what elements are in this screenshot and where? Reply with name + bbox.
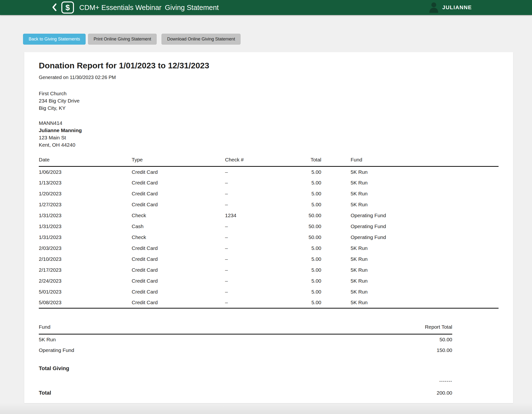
- donation-row: 2/24/2023 Credit Card – 5.00 5K Run: [39, 276, 499, 286]
- church-address-line2: Big City, KY: [39, 104, 499, 112]
- page-footer-area: [0, 403, 532, 414]
- print-statement-button[interactable]: Print Online Giving Statement: [88, 34, 157, 45]
- donation-total: 5.00: [286, 297, 321, 308]
- donation-date: 2/24/2023: [39, 276, 132, 286]
- dollar-glyph: $: [66, 3, 70, 12]
- donations-body: 1/06/2023 Credit Card – 5.00 5K Run 1/13…: [39, 167, 499, 308]
- donation-date: 1/27/2023: [39, 199, 132, 210]
- donation-row: 5/01/2023 Credit Card – 5.00 5K Run: [39, 286, 499, 297]
- donation-check-number: –: [225, 221, 286, 232]
- donation-total: 50.00: [286, 210, 321, 221]
- donation-date: 2/03/2023: [39, 243, 132, 254]
- donation-fund: 5K Run: [321, 167, 499, 178]
- column-fund: Fund: [321, 157, 499, 167]
- donation-check-number: –: [225, 178, 286, 188]
- donation-date: 2/10/2023: [39, 254, 132, 265]
- fund-report-total: 150.00: [272, 345, 452, 356]
- donation-date: 5/08/2023: [39, 297, 132, 308]
- report-card: Donation Report for 1/01/2023 to 12/31/2…: [24, 52, 513, 403]
- donation-check-number: 1234: [225, 210, 286, 221]
- column-report-total: Report Total: [272, 324, 452, 334]
- total-row: Total 200.00: [39, 390, 452, 396]
- donation-row: 1/13/2023 Credit Card – 5.00 5K Run: [39, 178, 499, 188]
- donation-type: Credit Card: [132, 265, 225, 276]
- donor-name: Julianne Manning: [39, 127, 499, 134]
- donation-row: 1/31/2023 Check 1234 50.00 Operating Fun…: [39, 210, 499, 221]
- donation-fund: 5K Run: [321, 178, 499, 188]
- column-fund-name: Fund: [39, 324, 272, 334]
- donation-date: 1/13/2023: [39, 178, 132, 188]
- donor-address-line1: 123 Main St: [39, 134, 499, 141]
- donation-fund: 5K Run: [321, 265, 499, 276]
- donation-row: 1/20/2023 Credit Card – 5.00 5K Run: [39, 188, 499, 199]
- org-name: CDM+ Essentials Webinar: [79, 4, 162, 11]
- dollar-logo-icon: $: [61, 1, 74, 14]
- fund-summary-header-row: Fund Report Total: [39, 324, 452, 334]
- donation-fund: 5K Run: [321, 276, 499, 286]
- donation-type: Credit Card: [132, 286, 225, 297]
- fund-summary-row: Operating Fund 150.00: [39, 345, 452, 356]
- donation-check-number: –: [225, 232, 286, 243]
- column-date: Date: [39, 157, 132, 167]
- generated-timestamp: Generated on 11/30/2023 02:26 PM: [39, 75, 499, 80]
- column-check: Check #: [225, 157, 286, 167]
- donation-date: 1/31/2023: [39, 221, 132, 232]
- donation-check-number: –: [225, 265, 286, 276]
- donations-table: Date Type Check # Total Fund 1/06/2023 C…: [39, 157, 499, 309]
- donation-type: Credit Card: [132, 167, 225, 178]
- fund-summary-table: Fund Report Total 5K Run 50.00 Operating…: [39, 324, 452, 356]
- donation-type: Credit Card: [132, 297, 225, 308]
- fund-name: 5K Run: [39, 334, 272, 345]
- donation-type: Credit Card: [132, 199, 225, 210]
- total-value: 200.00: [437, 390, 452, 396]
- donation-row: 1/31/2023 Cash – 50.00 Operating Fund: [39, 221, 499, 232]
- header-left: $ CDM+ Essentials WebinarGiving Statemen…: [52, 1, 219, 14]
- report-title: Donation Report for 1/01/2023 to 12/31/2…: [39, 61, 499, 70]
- donation-check-number: –: [225, 286, 286, 297]
- column-total: Total: [286, 157, 321, 167]
- donation-date: 1/31/2023: [39, 210, 132, 221]
- donation-check-number: –: [225, 276, 286, 286]
- donation-fund: 5K Run: [321, 254, 499, 265]
- donation-date: 2/17/2023: [39, 265, 132, 276]
- back-to-giving-statements-button[interactable]: Back to Giving Statements: [23, 34, 86, 45]
- donation-total: 5.00: [286, 276, 321, 286]
- page-title: Giving Statement: [165, 4, 219, 11]
- donation-fund: Operating Fund: [321, 232, 499, 243]
- donations-header-row: Date Type Check # Total Fund: [39, 157, 499, 167]
- user-avatar-icon: [429, 2, 439, 14]
- donation-row: 2/10/2023 Credit Card – 5.00 5K Run: [39, 254, 499, 265]
- donation-type: Credit Card: [132, 188, 225, 199]
- back-button[interactable]: [52, 3, 57, 12]
- fund-summary-body: 5K Run 50.00 Operating Fund 150.00: [39, 334, 452, 356]
- donation-total: 5.00: [286, 188, 321, 199]
- app-header: $ CDM+ Essentials WebinarGiving Statemen…: [0, 0, 532, 15]
- donation-total: 5.00: [286, 286, 321, 297]
- user-name: JULIANNE: [442, 4, 472, 11]
- user-menu-button[interactable]: JULIANNE: [429, 2, 472, 14]
- donation-total: 50.00: [286, 221, 321, 232]
- church-address-block: First Church 234 Big City Drive Big City…: [39, 90, 499, 112]
- donation-total: 5.00: [286, 199, 321, 210]
- donation-fund: 5K Run: [321, 297, 499, 308]
- donation-total: 5.00: [286, 243, 321, 254]
- fund-summary-row: 5K Run 50.00: [39, 334, 452, 345]
- donation-row: 5/08/2023 Credit Card – 5.00 5K Run: [39, 297, 499, 308]
- donation-check-number: –: [225, 254, 286, 265]
- fund-report-total: 50.00: [272, 334, 452, 345]
- donation-date: 1/20/2023: [39, 188, 132, 199]
- donation-date: 5/01/2023: [39, 286, 132, 297]
- donation-row: 1/31/2023 Check – 50.00 Operating Fund: [39, 232, 499, 243]
- donation-check-number: –: [225, 167, 286, 178]
- header-title: CDM+ Essentials WebinarGiving Statement: [79, 4, 219, 12]
- donation-check-number: –: [225, 188, 286, 199]
- donation-type: Credit Card: [132, 254, 225, 265]
- back-chevron-icon: [52, 3, 57, 12]
- donation-total: 5.00: [286, 167, 321, 178]
- donation-row: 1/27/2023 Credit Card – 5.00 5K Run: [39, 199, 499, 210]
- column-type: Type: [132, 157, 225, 167]
- download-statement-button[interactable]: Download Online Giving Statement: [162, 34, 240, 45]
- total-separator: -------: [39, 378, 452, 384]
- donation-fund: Operating Fund: [321, 210, 499, 221]
- header-right: JULIANNE: [429, 2, 483, 14]
